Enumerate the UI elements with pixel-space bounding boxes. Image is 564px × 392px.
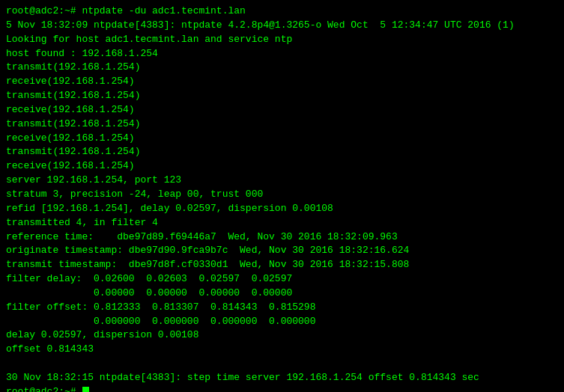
output-line-22: 0.000000 0.000000 0.000000 0.000000	[6, 315, 558, 329]
output-line-3: host found : 192.168.1.254	[6, 47, 558, 61]
output-line-13: stratum 3, precision -24, leap 00, trust…	[6, 188, 558, 202]
output-line-23: delay 0.02597, dispersion 0.00108	[6, 328, 558, 343]
output-line-20: 0.00000 0.00000 0.00000 0.00000	[6, 287, 558, 301]
output-line-21: filter offset: 0.812333 0.813307 0.81434…	[6, 301, 558, 315]
output-line-5: receive(192.168.1.254)	[6, 75, 558, 89]
output-line-4: transmit(192.168.1.254)	[6, 61, 558, 75]
output-line-9: receive(192.168.1.254)	[6, 132, 558, 146]
output-line-19: filter delay: 0.02600 0.02603 0.02597 0.…	[6, 272, 558, 287]
output-line-12: server 192.168.1.254, port 123	[6, 174, 558, 188]
cursor-block	[82, 387, 89, 392]
blank-line	[6, 357, 558, 371]
output-line-18: transmit timestamp: dbe97d8f.cf0330d1 We…	[6, 258, 558, 272]
output-line-2: Looking for host adc1.tecmint.lan and se…	[6, 33, 558, 47]
output-line-11: receive(192.168.1.254)	[6, 159, 558, 174]
terminal-window[interactable]: root@adc2:~# ntpdate -du adc1.tecmint.la…	[0, 0, 564, 392]
prompt-line: root@adc2:~#	[6, 386, 89, 392]
output-line-17: originate timestamp: dbe97d90.9fca9b7c W…	[6, 244, 558, 258]
output-line-16: reference time: dbe97d89.f69446a7 Wed, N…	[6, 230, 558, 245]
output-line-8: transmit(192.168.1.254)	[6, 117, 558, 132]
output-line-6: transmit(192.168.1.254)	[6, 89, 558, 103]
output-line-24: offset 0.814343	[6, 343, 558, 357]
output-line-15: transmitted 4, in filter 4	[6, 216, 558, 230]
output-line-7: receive(192.168.1.254)	[6, 103, 558, 117]
output-line-14: refid [192.168.1.254], delay 0.02597, di…	[6, 202, 558, 216]
shell-prompt: root@adc2:~#	[6, 386, 82, 392]
output-line-25: 30 Nov 18:32:15 ntpdate[4383]: step time…	[6, 371, 558, 385]
output-line-10: transmit(192.168.1.254)	[6, 145, 558, 159]
command-line: root@adc2:~# ntpdate -du adc1.tecmint.la…	[6, 4, 558, 19]
output-line-1: 5 Nov 18:32:09 ntpdate[4383]: ntpdate 4.…	[6, 19, 558, 33]
